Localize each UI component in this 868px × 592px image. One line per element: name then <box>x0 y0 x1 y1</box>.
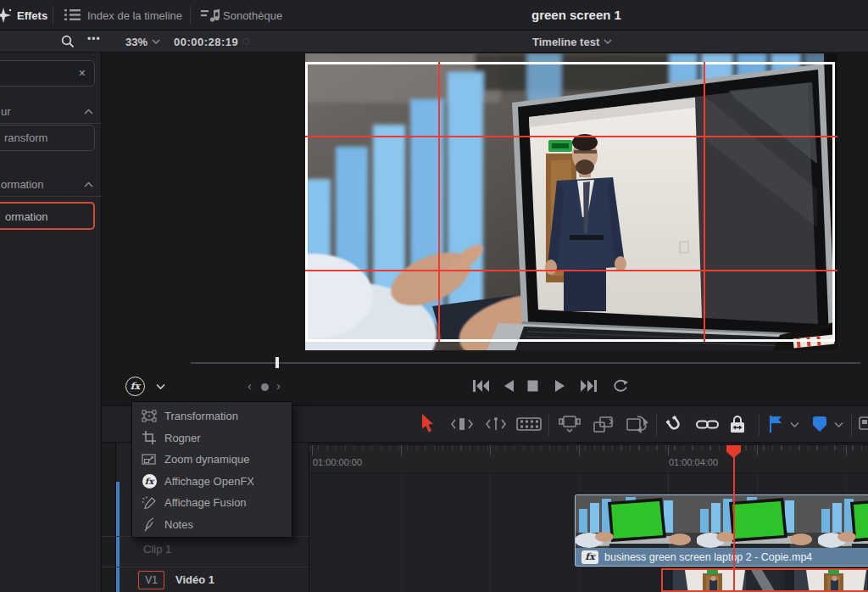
menu-item-affichage-openfx[interactable]: fx Affichage OpenFX <box>132 471 292 493</box>
marker-icon[interactable] <box>812 416 827 433</box>
timeline-index-icon <box>64 8 81 21</box>
timeline-playhead-line[interactable] <box>733 446 735 592</box>
divider <box>53 6 53 25</box>
ruler-timecode: 01:00:00:00 <box>313 457 362 467</box>
effects-item-transform[interactable]: ransform <box>0 125 95 151</box>
tab-sound-library[interactable]: Sonothèque <box>223 9 282 22</box>
timeline-ruler[interactable]: 01:00:00:00 01:00:04:00 <box>309 445 868 473</box>
timeline-clip-selected[interactable] <box>661 568 868 592</box>
viewer-scrubber[interactable] <box>191 362 860 364</box>
link-selection-icon[interactable] <box>696 418 719 431</box>
crop-line-right[interactable] <box>704 62 705 342</box>
cycle-next-button[interactable]: › <box>276 378 281 393</box>
grid-line <box>401 473 402 592</box>
position-lock-icon[interactable] <box>728 415 747 434</box>
track-v1-name[interactable]: Vidéo 1 <box>175 573 214 586</box>
divider <box>190 6 191 25</box>
timeline-selector[interactable]: Timeline test <box>532 36 599 48</box>
ruler-timecode: 01:00:04:00 <box>669 457 718 467</box>
play-reverse-icon[interactable] <box>504 380 514 392</box>
dynamic-trim-icon[interactable] <box>484 416 508 432</box>
effects-section-header[interactable]: ormation <box>0 175 102 197</box>
clip-label-bar: fx business green screen laptop 2 - Copi… <box>576 548 868 567</box>
effects-sparkle-icon <box>0 7 13 24</box>
overwrite-clip-icon[interactable] <box>593 416 614 433</box>
flag-dropdown-icon[interactable] <box>790 422 799 428</box>
trim-edit-icon[interactable] <box>450 416 474 432</box>
chevron-up-icon[interactable] <box>84 109 93 114</box>
pointer-select-icon[interactable] <box>421 414 436 433</box>
chevron-up-icon[interactable] <box>84 182 93 187</box>
marker-dropdown-icon[interactable] <box>834 422 843 428</box>
cycle-dot-icon <box>261 383 269 391</box>
openfx-bounds-frame[interactable] <box>305 62 835 342</box>
tab-effects[interactable]: Effets <box>17 9 47 22</box>
divider <box>851 414 852 436</box>
track-gutter <box>102 443 116 592</box>
overlay-mode-menu: Transformation Rogner Zoom dynamique fx … <box>131 401 292 538</box>
viewer-toolbar: ••• 33% 00:00:28:19 Timeline test <box>0 31 868 53</box>
skip-first-icon[interactable] <box>473 380 490 392</box>
crop-line-top[interactable] <box>305 136 837 137</box>
notes-icon <box>143 517 155 532</box>
davinci-resolve-window: Effets Index de la timeline Sonothèque g… <box>0 0 868 592</box>
menu-item-zoom-dynamique[interactable]: Zoom dynamique <box>132 449 292 471</box>
skip-last-icon[interactable] <box>580 380 597 392</box>
grid-line <box>490 473 491 592</box>
crop-icon <box>142 431 156 444</box>
track-scroll-indicator[interactable] <box>116 482 120 592</box>
search-clear-button[interactable]: × <box>79 66 86 80</box>
clip-color-icon[interactable] <box>859 416 868 432</box>
clip-thumbnails <box>576 495 868 548</box>
cycle-prev-button[interactable]: ‹ <box>248 378 252 393</box>
loop-icon[interactable] <box>612 378 629 394</box>
openfx-overlay-mode-button[interactable]: fx <box>125 377 145 396</box>
divider <box>759 414 760 436</box>
openfx-icon: fx <box>142 474 157 489</box>
effects-search-input[interactable]: × <box>0 60 95 87</box>
page-title: green screen 1 <box>531 8 621 22</box>
sound-library-icon <box>201 8 220 22</box>
flag-icon[interactable] <box>769 416 782 433</box>
track-clip-row-label: Clip 1 <box>143 543 171 556</box>
clip-fx-badge: fx <box>581 550 598 564</box>
tab-timeline-index[interactable]: Index de la timeline <box>87 9 182 22</box>
stop-icon[interactable] <box>527 380 538 392</box>
replace-clip-icon[interactable] <box>626 416 648 433</box>
dynamic-zoom-icon <box>142 453 157 466</box>
menu-item-notes[interactable]: Notes <box>132 514 292 536</box>
scrubber-playhead[interactable] <box>275 357 279 368</box>
chevron-down-icon[interactable] <box>156 383 165 390</box>
crop-line-bottom[interactable] <box>305 270 837 271</box>
crop-line-left[interactable] <box>438 62 440 342</box>
viewer-timecode: 00:00:28:19 <box>174 36 238 48</box>
effects-item-transformation-selected[interactable]: ormation <box>0 202 95 230</box>
track-v1-badge[interactable]: V1 <box>138 571 164 589</box>
live-preview-dot-icon <box>242 38 249 45</box>
snapping-magnet-icon[interactable] <box>665 416 684 434</box>
menu-item-rogner[interactable]: Rogner <box>132 427 292 450</box>
search-icon[interactable] <box>61 35 75 48</box>
chevron-down-icon[interactable] <box>604 39 612 45</box>
menu-item-affichage-fusion[interactable]: Affichage Fusion <box>132 492 292 514</box>
divider <box>656 414 657 436</box>
top-bar: Effets Index de la timeline Sonothèque g… <box>0 0 868 31</box>
viewer-zoom-level[interactable]: 33% <box>125 36 147 48</box>
viewer-area: fx ‹ › <box>102 53 868 405</box>
overflow-menu-button[interactable]: ••• <box>87 33 101 45</box>
clip-filename: business green screen laptop 2 - Copie.m… <box>604 551 812 563</box>
insert-clip-icon[interactable] <box>559 416 581 433</box>
play-icon[interactable] <box>555 380 565 392</box>
divider <box>548 414 549 436</box>
timeline-clip-green-screen[interactable]: fx business green screen laptop 2 - Copi… <box>575 494 868 567</box>
effects-section-header[interactable]: ur <box>0 102 102 124</box>
transform-icon <box>142 410 157 422</box>
fusion-icon <box>142 496 157 510</box>
razor-icon[interactable] <box>516 417 542 431</box>
chevron-down-icon[interactable] <box>152 39 160 45</box>
menu-item-transformation[interactable]: Transformation <box>132 405 292 427</box>
effects-library-panel: × ur ransform ormation ormation <box>0 53 102 592</box>
